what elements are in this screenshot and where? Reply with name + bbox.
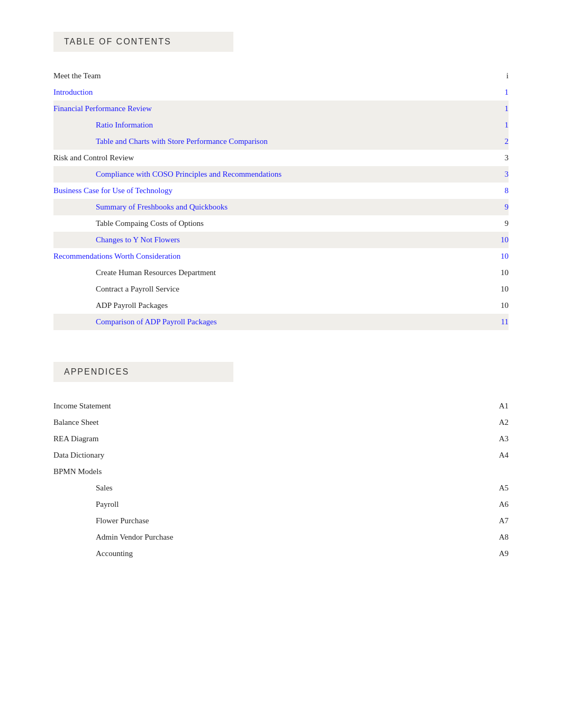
toc-row-introduction[interactable]: Introduction1 [53, 84, 509, 101]
toc-label-compliance-coso: Compliance with COSO Principles and Reco… [96, 170, 482, 179]
app-label-rea-diagram: REA Diagram [53, 434, 482, 443]
toc-page-contract-payroll: 10 [482, 285, 509, 294]
app-label-flower-purchase: Flower Purchase [96, 516, 482, 525]
toc-page-business-case: 8 [482, 186, 509, 195]
toc-page-summary-freshbooks: 9 [482, 203, 509, 212]
toc-page-table-comparing: 9 [482, 219, 509, 228]
toc-row-risk-control[interactable]: Risk and Control Review3 [53, 150, 509, 166]
app-row-accounting[interactable]: AccountingA9 [53, 545, 509, 562]
app-page-rea-diagram: A3 [482, 434, 509, 443]
app-page-accounting: A9 [482, 549, 509, 558]
toc-label-meet-the-team: Meet the Team [53, 71, 482, 80]
toc-label-table-and-charts: Table and Charts with Store Performance … [96, 137, 482, 146]
toc-row-recommendations[interactable]: Recommendations Worth Consideration10 [53, 248, 509, 265]
app-row-admin-vendor[interactable]: Admin Vendor PurchaseA8 [53, 529, 509, 545]
app-label-payroll: Payroll [96, 500, 482, 509]
app-page-admin-vendor: A8 [482, 533, 509, 542]
toc-label-changes-to-y: Changes to Y Not Flowers [96, 235, 482, 244]
toc-page-risk-control: 3 [482, 153, 509, 162]
toc-label-risk-control: Risk and Control Review [53, 153, 482, 162]
appendices-header-text: APPENDICES [64, 367, 129, 376]
app-page-payroll: A6 [482, 500, 509, 509]
appendices-list: Income StatementA1Balance SheetA2REA Dia… [53, 398, 509, 562]
toc-list: Meet the TeamiIntroduction1Financial Per… [53, 68, 509, 330]
app-page-data-dictionary: A4 [482, 451, 509, 460]
toc-header: TABLE OF CONTENTS [53, 32, 233, 52]
app-row-sales[interactable]: SalesA5 [53, 480, 509, 496]
toc-row-create-hr[interactable]: Create Human Resources Department10 [53, 265, 509, 281]
app-label-admin-vendor: Admin Vendor Purchase [96, 533, 482, 542]
toc-row-summary-freshbooks[interactable]: Summary of Freshbooks and Quickbooks9 [53, 199, 509, 215]
app-page-income-statement: A1 [482, 402, 509, 411]
toc-page-table-and-charts: 2 [482, 137, 509, 146]
app-row-flower-purchase[interactable]: Flower PurchaseA7 [53, 513, 509, 529]
toc-page-comparison-adp: 11 [482, 317, 509, 326]
toc-page-meet-the-team: i [482, 71, 509, 80]
toc-row-contract-payroll[interactable]: Contract a Payroll Service10 [53, 281, 509, 297]
toc-label-table-comparing: Table Compaing Costs of Options [96, 219, 482, 228]
toc-page-adp-payroll: 10 [482, 301, 509, 310]
toc-page-changes-to-y: 10 [482, 235, 509, 244]
app-label-bpmn-models: BPMN Models [53, 467, 482, 476]
toc-row-compliance-coso[interactable]: Compliance with COSO Principles and Reco… [53, 166, 509, 183]
app-page-balance-sheet: A2 [482, 418, 509, 427]
app-row-bpmn-models[interactable]: BPMN Models [53, 463, 509, 480]
appendices-header: APPENDICES [53, 362, 233, 382]
app-label-income-statement: Income Statement [53, 402, 482, 411]
toc-row-changes-to-y[interactable]: Changes to Y Not Flowers10 [53, 232, 509, 248]
toc-page-introduction: 1 [482, 88, 509, 97]
toc-header-text: TABLE OF CONTENTS [64, 37, 171, 46]
toc-label-introduction: Introduction [53, 88, 482, 97]
app-label-balance-sheet: Balance Sheet [53, 418, 482, 427]
app-page-flower-purchase: A7 [482, 516, 509, 525]
toc-label-business-case: Business Case for Use of Technology [53, 186, 482, 195]
toc-row-comparison-adp[interactable]: Comparison of ADP Payroll Packages11 [53, 314, 509, 330]
appendices-section: APPENDICES Income StatementA1Balance She… [53, 362, 509, 562]
toc-row-table-and-charts[interactable]: Table and Charts with Store Performance … [53, 133, 509, 150]
toc-section: TABLE OF CONTENTS Meet the TeamiIntroduc… [53, 32, 509, 330]
page-container: TABLE OF CONTENTS Meet the TeamiIntroduc… [53, 0, 509, 594]
toc-label-comparison-adp: Comparison of ADP Payroll Packages [96, 317, 482, 326]
toc-row-adp-payroll[interactable]: ADP Payroll Packages10 [53, 297, 509, 314]
app-label-sales: Sales [96, 484, 482, 493]
toc-label-create-hr: Create Human Resources Department [96, 268, 482, 277]
toc-page-create-hr: 10 [482, 268, 509, 277]
app-row-payroll[interactable]: PayrollA6 [53, 496, 509, 513]
app-row-data-dictionary[interactable]: Data DictionaryA4 [53, 447, 509, 463]
toc-page-compliance-coso: 3 [482, 170, 509, 179]
toc-label-summary-freshbooks: Summary of Freshbooks and Quickbooks [96, 203, 482, 212]
app-row-rea-diagram[interactable]: REA DiagramA3 [53, 431, 509, 447]
toc-row-ratio-information[interactable]: Ratio Information1 [53, 117, 509, 133]
toc-page-financial-performance: 1 [482, 104, 509, 113]
toc-page-recommendations: 10 [482, 252, 509, 261]
toc-label-recommendations: Recommendations Worth Consideration [53, 252, 482, 261]
app-row-balance-sheet[interactable]: Balance SheetA2 [53, 414, 509, 431]
toc-row-financial-performance[interactable]: Financial Performance Review1 [53, 101, 509, 117]
toc-row-business-case[interactable]: Business Case for Use of Technology8 [53, 183, 509, 199]
toc-label-ratio-information: Ratio Information [96, 121, 482, 130]
toc-label-contract-payroll: Contract a Payroll Service [96, 285, 482, 294]
toc-label-financial-performance: Financial Performance Review [53, 104, 482, 113]
app-row-income-statement[interactable]: Income StatementA1 [53, 398, 509, 414]
app-page-sales: A5 [482, 484, 509, 493]
toc-page-ratio-information: 1 [482, 121, 509, 130]
toc-label-adp-payroll: ADP Payroll Packages [96, 301, 482, 310]
toc-row-meet-the-team[interactable]: Meet the Teami [53, 68, 509, 84]
toc-row-table-comparing[interactable]: Table Compaing Costs of Options9 [53, 215, 509, 232]
app-label-data-dictionary: Data Dictionary [53, 451, 482, 460]
app-label-accounting: Accounting [96, 549, 482, 558]
